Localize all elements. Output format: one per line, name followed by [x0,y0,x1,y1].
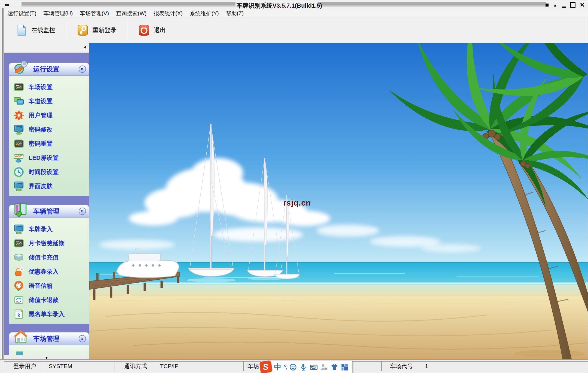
sidebar-item[interactable]: 储值卡退款 [9,293,89,307]
sidebar-section-header-3[interactable]: 车场管理« [9,332,89,345]
minimize-button[interactable] [562,2,566,8]
sidebar-item-label: 车场设置 [29,83,53,91]
clipped-item-icon [16,351,23,355]
sidebar-collapse-strip[interactable]: ◄ [4,43,89,53]
maximize-button[interactable] [570,2,575,8]
sidebar-item-label: LED屏设置 [29,154,59,162]
shade-button[interactable]: ▲ [553,3,557,7]
titlebar-gripper-left[interactable] [22,2,235,8]
ime-punctuation-button[interactable]: °‚ [284,363,287,371]
collapse-section-button[interactable]: « [79,208,86,215]
menu-item-label: 报表统计 [154,10,175,16]
ime-chinese-mode-button[interactable]: 中 [274,362,281,372]
sidebar-item[interactable]: 密码修改 [9,123,89,137]
menu-mnemonic: Z [238,10,242,16]
menu-item-label: 车辆管理 [44,10,65,16]
paren: ) [35,10,36,16]
system-menu-icon[interactable] [5,4,9,6]
comm-mode-label: 通讯方式 [115,361,157,371]
sidebar-item-label: 用户管理 [29,111,53,120]
menu-item-V[interactable]: 车场管理(V) [76,10,112,17]
toolbar: 在线监控重新登录退出 [4,17,588,43]
menu-item-label: 车场管理 [80,10,102,16]
emoticon-icon[interactable] [289,363,297,371]
toolbar-button-2[interactable]: 重新登录 [70,22,124,38]
toolbar-button-1[interactable]: 在线监控 [8,22,63,38]
pin-button[interactable] [546,4,549,7]
login-user-label: 登录用户 [4,361,45,371]
collapse-section-button[interactable]: « [79,66,86,73]
toolbar-separator [66,20,66,40]
menu-item-Y[interactable]: 系统维护(Y) [186,10,222,17]
sidebar-item-label: 车道设置 [29,97,53,105]
menu-item-W[interactable]: 查询搜索(W) [112,10,150,17]
power-icon [138,25,150,36]
microphone-icon[interactable] [299,363,307,371]
led-icon [13,152,24,163]
sidebar-item[interactable]: 密码重置 [9,137,89,151]
document-monitor-icon [16,25,27,36]
sidebar-item[interactable]: 用户管理 [9,108,89,123]
comm-mode-label-text: 通讯方式 [124,362,147,370]
disk-icon [13,252,24,263]
sidebar-item[interactable]: 优惠券录入 [9,265,89,279]
sidebar-item[interactable]: 时间段设置 [9,165,89,179]
menu-mnemonic: X [177,10,181,16]
sidebar-item[interactable]: 月卡缴费延期 [9,236,89,250]
menu-item-X[interactable]: 报表统计(X) [150,10,186,17]
titlebar-gripper-right[interactable] [318,2,546,8]
gear-icon [13,110,24,121]
sidebar-item-label: 密码修改 [29,126,53,134]
books-icon [13,202,28,217]
dictionary-icon[interactable] [320,363,328,371]
menu-mnemonic: Y [213,10,217,16]
sidebar-section-title: 车场管理 [33,334,59,343]
toolbar-button-3[interactable]: 退出 [131,22,173,38]
paren: ) [71,10,73,16]
sidebar-item[interactable]: 黑名单车录入 [9,307,89,321]
sidebar-item[interactable]: 界面皮肤 [9,179,89,193]
keyboard-icon[interactable] [310,363,318,371]
sidebar-item[interactable]: 储值卡充值 [9,250,89,265]
sidebar-section-panel-1: 车场设置车道设置用户管理密码修改密码重置LED屏设置时间段设置界面皮肤 [9,75,89,196]
chevron-up-icon: « [80,210,85,213]
monitor-blue-icon [13,124,24,135]
window-left-edge [2,8,4,372]
collapse-left-icon[interactable]: ◄ [82,45,87,49]
skin-icon[interactable] [330,363,338,371]
chevron-up-icon: « [80,68,85,71]
sidebar-item-label: 语音信箱 [29,282,53,290]
sidebar-item-label: 时间段设置 [29,168,59,176]
sidebar: ◄ 运行设置«车场设置车道设置用户管理密码修改密码重置LED屏设置时间段设置界面… [4,43,89,360]
toolbar-button-label: 退出 [154,26,166,34]
clock-icon [13,167,24,178]
sidebar-item-label: 界面皮肤 [29,182,53,190]
sidebar-item[interactable]: 车场设置 [9,80,89,94]
menu-mnemonic: V [103,10,107,16]
paren: ) [217,10,219,16]
title-bar: 车牌识别系统V3.5.7.1(Build1.5) ▲ × [0,0,588,10]
sidebar-section-panel-2: 车牌录入月卡缴费延期储值卡充值优惠券录入语音信箱储值卡退款黑名单车录入 [9,218,89,324]
refund-icon [13,295,24,305]
close-button[interactable]: × [580,2,584,8]
sidebar-item[interactable]: 车牌录入 [9,222,89,236]
chevron-up-icon: « [80,337,85,340]
sidebar-item-label: 密码重置 [29,140,53,148]
sidebar-section-header-2[interactable]: 车辆管理« [9,205,89,218]
toolbox-icon[interactable] [341,363,349,371]
menu-item-Z[interactable]: 帮助(Z) [222,10,247,17]
sidebar-item[interactable]: 语音信箱 [9,279,89,293]
sogou-logo-icon[interactable]: S [259,360,272,373]
sidebar-item-label: 月卡缴费延期 [29,239,65,247]
house-icon [13,329,28,345]
sidebar-item[interactable]: 车道设置 [9,94,89,108]
sidebar-item[interactable]: LED屏设置 [9,151,89,165]
menu-mnemonic: U [67,10,71,16]
paren: ) [242,10,244,16]
paren: ) [145,10,147,16]
collapse-section-button[interactable]: « [79,335,86,343]
sidebar-section-header-1[interactable]: 运行设置« [9,63,89,75]
menu-item-U[interactable]: 车辆管理(U) [40,10,76,17]
menu-item-T[interactable]: 运行设置(T) [4,10,40,17]
lot-code-label: 车场代号 [381,361,421,371]
